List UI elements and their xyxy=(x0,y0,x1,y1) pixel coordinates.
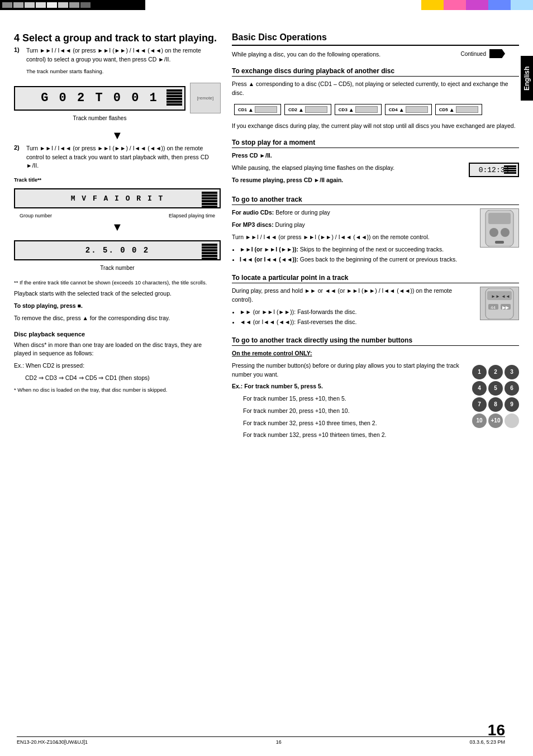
right-column: Basic Disc Operations While playing a di… xyxy=(232,32,519,443)
section5-content: Pressing the number button(s) before or … xyxy=(232,362,519,443)
num-btn-1[interactable]: 1 xyxy=(472,365,487,379)
svg-text:▶▶: ▶▶ xyxy=(502,305,510,310)
cd2-label: CD2 xyxy=(288,107,297,112)
cd5-slot: CD5 ▲ xyxy=(435,104,482,115)
num-btn-plus10[interactable]: +10 xyxy=(488,413,503,428)
top-bar-right xyxy=(421,0,533,10)
cd1-label: CD1 xyxy=(238,107,247,112)
top-bar-left xyxy=(0,0,145,10)
section4-bullet1: ►► (or ►►I (►►)): Fast-forwards the disc… xyxy=(240,308,473,317)
section3-mp3-row: For MP3 discs: During play xyxy=(232,221,473,230)
display3-caption: Track number xyxy=(14,265,221,271)
cd4-eject: ▲ xyxy=(399,107,404,113)
cd3-eject: ▲ xyxy=(349,107,354,113)
section2-display: 0:12:34 xyxy=(469,163,519,177)
top-bar xyxy=(0,0,533,10)
display1-bars xyxy=(166,89,182,106)
display1-row: G 0 2 T 0 0 1 Track number flashes [remo… xyxy=(14,82,221,127)
num-btn-empty xyxy=(505,413,519,428)
footnote1: ** If the entire track title cannot be s… xyxy=(14,279,221,286)
num-btn-9[interactable]: 9 xyxy=(505,397,519,412)
section1-text2: If you exchange discs during play, the c… xyxy=(232,122,519,131)
num-btn-3[interactable]: 3 xyxy=(505,365,519,379)
section3-bullet1: ►►I (or ►►I (►►)): Skips to the beginnin… xyxy=(240,245,473,254)
section5-ex-3: For track number 32, press +10 three tim… xyxy=(243,419,464,428)
svg-rect-1 xyxy=(488,213,511,224)
num-btn-10[interactable]: 10 xyxy=(472,413,487,428)
playback-note: Playback starts with the selected track … xyxy=(14,289,221,298)
step4-1-content: Turn ►►I / I◄◄ (or press ►►I (►►) / I◄◄ … xyxy=(26,46,221,78)
section2-text1: Press CD ►/II. xyxy=(232,151,463,160)
section5-ex-2: For track number 20, press +10, then 10. xyxy=(243,407,464,416)
color-yellow xyxy=(421,0,444,10)
arrow-down-2: ▼ xyxy=(14,221,221,234)
remote-svg-3 xyxy=(483,210,516,246)
color-pink xyxy=(444,0,466,10)
cd3-label: CD3 xyxy=(339,107,348,112)
section5-ex-1: For track number 15, press +10, then 5. xyxy=(243,394,464,403)
section4-bullet2: ◄◄ (or I◄◄ (◄◄)): Fast-reverses the disc… xyxy=(240,318,473,327)
display1-wrapper: G 0 2 T 0 0 1 Track number flashes xyxy=(14,82,185,127)
continued-label: Continued xyxy=(460,49,505,58)
section5-subtitle: On the remote control ONLY: xyxy=(232,349,519,358)
step4-heading: 4 Select a group and track to start play… xyxy=(14,32,221,44)
step4-1-text: Turn ►►I / I◄◄ (or press ►►I (►►) / I◄◄ … xyxy=(26,46,221,64)
section4-remote-image: ►► ◄◄ 44 ▶▶ xyxy=(480,287,519,320)
section3-title: To go to another track xyxy=(232,196,519,205)
cd5-label: CD5 xyxy=(439,107,448,112)
arrow-down-1: ▼ xyxy=(14,129,221,142)
section2-resume: To resume playing, press CD ►/II again. xyxy=(232,176,463,185)
continued-arrow xyxy=(489,49,505,58)
step4-2-item: 2) Turn ►►I / I◄◄ (or press ►►I (►►) / I… xyxy=(14,144,221,174)
section1-text1: Press ▲ corresponding to a disc (CD1 – C… xyxy=(232,80,519,98)
disc-seq-ex-value: CD2 ⇒ CD3 ⇒ CD4 ⇒ CD5 ⇒ CD1 (then stops) xyxy=(14,374,221,383)
display2-labels: Group number Elapsed playing time xyxy=(14,213,221,218)
color-purple xyxy=(466,0,488,10)
num-btn-8[interactable]: 8 xyxy=(488,397,503,412)
num-btn-6[interactable]: 6 xyxy=(505,381,519,396)
right-main-title: Basic Disc Operations xyxy=(232,32,519,46)
cd4-slot: CD4 ▲ xyxy=(385,104,432,115)
disc-seq-footnote: * When no disc is loaded on the tray, th… xyxy=(14,386,221,393)
section3-turn-text: Turn ►►I / I◄◄ (or press ►►I (►►) / I◄◄ … xyxy=(232,233,473,242)
cd2-slot: CD2 ▲ xyxy=(284,104,331,115)
step4-2-text: Turn ►►I / I◄◄ (or press ►►I (►►) / I◄◄ … xyxy=(26,144,221,170)
section5-text: Pressing the number button(s) before or … xyxy=(232,362,464,379)
cd2-eject: ▲ xyxy=(298,107,304,113)
section3-bullet2: I◄◄ (or I◄◄ (◄◄)): Goes back to the begi… xyxy=(240,255,473,264)
cd1-eject: ▲ xyxy=(248,107,254,113)
stop-text: To stop playing, press ■. xyxy=(14,302,221,311)
svg-point-2 xyxy=(489,228,498,237)
cd5-eject: ▲ xyxy=(449,107,455,113)
num-btn-4[interactable]: 4 xyxy=(472,381,487,396)
section2-content: Press CD ►/II. While pausing, the elapse… xyxy=(232,151,519,188)
display2-screen: M V F A I O R I T xyxy=(14,188,221,208)
cd1-slot: CD1 ▲ xyxy=(234,104,281,115)
num-buttons-grid: 1 2 3 4 5 6 7 8 9 10 +10 xyxy=(472,365,519,428)
footer-center: 16 xyxy=(276,739,282,745)
section3-audio-row: For audio CDs: Before or during play xyxy=(232,208,473,217)
svg-rect-4 xyxy=(495,241,504,244)
step4-1-item: 1) Turn ►►I / I◄◄ (or press ►►I (►►) / I… xyxy=(14,46,221,78)
display3-bars xyxy=(202,244,217,260)
step4-2-num: 2) xyxy=(14,144,23,151)
remove-text: To remove the disc, press ▲ for the corr… xyxy=(14,314,221,323)
main-content: 4 Select a group and track to start play… xyxy=(0,16,533,454)
remote-svg-4: ►► ◄◄ 44 ▶▶ xyxy=(483,288,516,319)
num-btn-5[interactable]: 5 xyxy=(488,381,503,396)
step4-1-note: The track number starts flashing. xyxy=(26,68,221,75)
num-btn-7[interactable]: 7 xyxy=(472,397,487,412)
display1-caption: Track number flashes xyxy=(14,115,185,121)
section3-remote-image xyxy=(480,208,519,248)
display2-wrapper: M V F A I O R I T Group number Elapsed p… xyxy=(14,184,221,218)
display3-screen: 2. 5. 0 0 2 xyxy=(14,240,221,260)
num-btn-2[interactable]: 2 xyxy=(488,365,503,379)
language-tab: English xyxy=(521,56,533,101)
num-buttons-container: 1 2 3 4 5 6 7 8 9 10 +10 xyxy=(472,362,519,428)
cd3-slot: CD3 ▲ xyxy=(335,104,382,115)
footer-right: 03.3.6, 5:23 PM xyxy=(469,739,505,745)
section3-bullets: ►►I (or ►►I (►►)): Skips to the beginnin… xyxy=(232,245,473,265)
display2-row: M V F A I O R I T Group number Elapsed p… xyxy=(14,184,221,218)
section4-bullets: ►► (or ►►I (►►)): Fast-forwards the disc… xyxy=(232,308,473,327)
svg-point-3 xyxy=(501,228,510,237)
